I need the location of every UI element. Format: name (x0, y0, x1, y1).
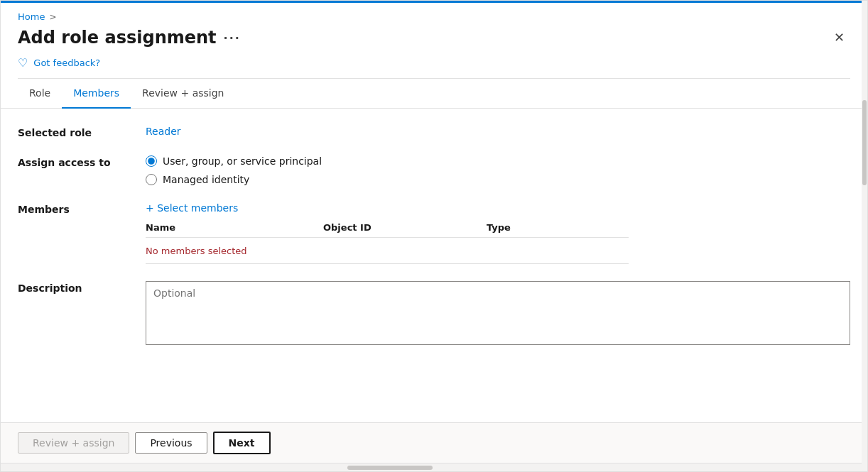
feedback-row[interactable]: ♡ Got feedback? (18, 48, 850, 78)
panel-title-text: Add role assignment (18, 28, 217, 48)
members-row: Members + Select members Name Object ID … (18, 202, 850, 264)
members-label: Members (18, 202, 117, 215)
panel-footer: Review + assign Previous Next (1, 422, 867, 463)
breadcrumb-home[interactable]: Home (18, 11, 45, 22)
title-row: Add role assignment ··· ✕ (18, 28, 850, 48)
radio-managed-identity-label: Managed identity (163, 174, 249, 185)
right-scrollbar (862, 1, 867, 471)
radio-user-group[interactable]: User, group, or service principal (146, 155, 322, 167)
next-button[interactable]: Next (213, 432, 271, 454)
panel-body: Selected role Reader Assign access to Us… (1, 109, 867, 422)
tab-bar: Role Members Review + assign (1, 79, 867, 109)
col-type: Type (487, 222, 629, 233)
breadcrumb-separator: > (49, 12, 56, 22)
more-options-icon[interactable]: ··· (224, 31, 241, 45)
assign-access-row: Assign access to User, group, or service… (18, 155, 850, 185)
members-table: Name Object ID Type No members selected (146, 222, 629, 264)
selected-role-row: Selected role Reader (18, 126, 850, 138)
bottom-scrollbar-area (1, 463, 867, 471)
table-header: Name Object ID Type (146, 222, 629, 238)
panel-header: Home > Add role assignment ··· ✕ ♡ Got f… (1, 3, 867, 79)
selected-role-value: Reader (146, 126, 181, 137)
previous-button[interactable]: Previous (135, 432, 207, 454)
feedback-label: Got feedback? (33, 57, 100, 68)
radio-managed-identity-input[interactable] (146, 174, 157, 185)
assign-access-options: User, group, or service principal Manage… (146, 155, 322, 185)
col-name: Name (146, 222, 323, 233)
tab-members[interactable]: Members (62, 79, 131, 109)
close-button[interactable]: ✕ (828, 28, 850, 47)
breadcrumb: Home > (18, 11, 850, 22)
table-body: No members selected (146, 238, 629, 264)
members-container: + Select members Name Object ID Type No … (146, 202, 629, 264)
bottom-scrollbar-thumb[interactable] (347, 466, 433, 470)
radio-user-group-label: User, group, or service principal (163, 155, 322, 167)
selected-role-label: Selected role (18, 126, 117, 138)
select-members-link[interactable]: + Select members (146, 202, 629, 214)
review-assign-button[interactable]: Review + assign (18, 432, 129, 454)
description-textarea[interactable] (146, 281, 850, 345)
heart-icon: ♡ (18, 56, 28, 70)
add-role-assignment-panel: Home > Add role assignment ··· ✕ ♡ Got f… (0, 0, 868, 472)
panel-title: Add role assignment ··· (18, 28, 241, 48)
assign-access-label: Assign access to (18, 155, 117, 168)
description-row: Description (18, 281, 850, 345)
tab-review-assign[interactable]: Review + assign (131, 79, 235, 109)
scrollbar-thumb[interactable] (862, 100, 867, 185)
tab-role[interactable]: Role (18, 79, 62, 109)
no-members-message: No members selected (146, 246, 247, 256)
description-label: Description (18, 281, 117, 294)
radio-user-group-input[interactable] (146, 155, 157, 167)
col-object-id: Object ID (323, 222, 487, 233)
radio-managed-identity[interactable]: Managed identity (146, 174, 322, 185)
bottom-scrollbar-track (2, 466, 866, 470)
